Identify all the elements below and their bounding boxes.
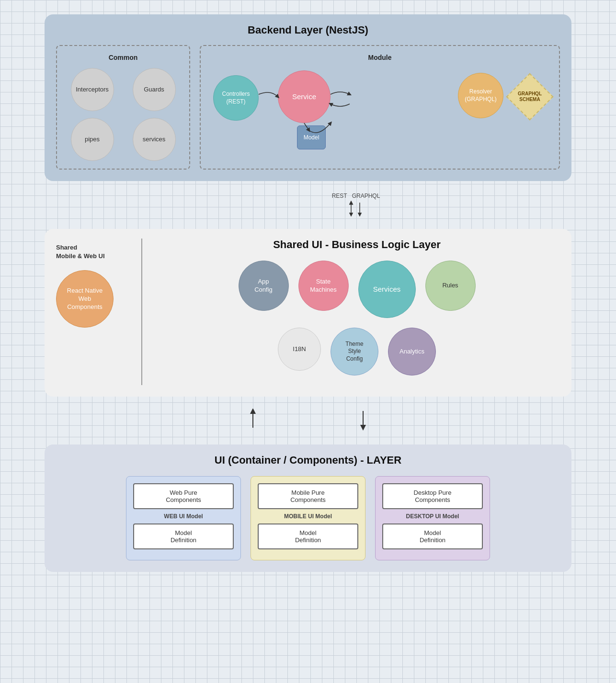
shared-left-title: SharedMobile & Web UI [56,243,105,261]
app-config-circle: AppConfig [239,261,289,311]
controllers-circle: Controllers(REST) [213,75,259,121]
backend-inner: Common Interceptors Guards pipes service… [56,45,560,170]
rules-circle: Rules [425,261,476,311]
arrow-up-svg [246,409,260,433]
desktop-model-definition-box: ModelDefinition [382,524,483,549]
graphql-label: GRAPHQL [352,193,380,199]
resolver-circle: Resolver(GRAPHQL) [458,73,503,118]
backend-title: Backend Layer (NestJS) [56,24,560,36]
analytics-circle: Analytics [388,328,436,376]
arrows-section-1: REST GRAPHQL [45,191,571,219]
rest-graphql-arrows: REST GRAPHQL [332,193,380,217]
circles-row-2: I18N ThemeStyleConfig Analytics [154,328,560,376]
graphql-schema-text: GRAPHQLSCHEMA [518,91,542,102]
desktop-panel: Desktop PureComponents DESKTOP UI Model … [375,476,490,560]
web-model-definition-box: ModelDefinition [133,524,234,549]
common-circles: Interceptors Guards pipes services [65,68,182,161]
pipes-circle: pipes [71,118,114,161]
react-native-circle: React NativeWebComponents [56,270,114,328]
module-diagram: Controllers(REST) Service Resolver(GRAPH… [208,68,551,149]
mobile-pure-components-box: Mobile PureComponents [258,483,358,509]
web-ui-model-label: WEB UI Model [133,513,234,520]
state-machines-circle: StateMachines [298,261,349,311]
mobile-panel: Mobile PureComponents MOBILE UI Model Mo… [251,476,365,560]
shared-layer: SharedMobile & Web UI React NativeWebCom… [45,229,571,397]
ui-layer: UI (Container / Components) - LAYER Web … [45,444,571,572]
service-circle: Service [278,70,331,123]
bidirectional-arrow-svg [342,200,370,217]
module-arrows-svg [208,68,551,149]
theme-style-circle: ThemeStyleConfig [331,328,378,376]
ui-panels: Web PureComponents WEB UI Model ModelDef… [56,476,560,560]
backend-layer: Backend Layer (NestJS) Common Intercepto… [45,14,571,181]
common-box: Common Interceptors Guards pipes service… [56,45,190,170]
arrows-section-2 [45,406,571,435]
services-circle: services [133,118,176,161]
desktop-ui-model-label: DESKTOP UI Model [382,513,483,520]
module-title: Module [208,54,551,61]
shared-right: Shared UI - Business Logic Layer AppConf… [142,239,560,385]
interceptors-circle: Interceptors [71,68,114,111]
model-box: Model [297,125,326,149]
graphql-schema-diamond: GRAPHQLSCHEMA [511,78,549,116]
shared-left: SharedMobile & Web UI React NativeWebCom… [56,239,142,385]
circles-row-1: AppConfig StateMachines Services Rules [154,261,560,318]
main-container: Backend Layer (NestJS) Common Intercepto… [45,14,571,572]
shared-right-title: Shared UI - Business Logic Layer [154,239,560,251]
services-circle-shared: Services [358,261,416,318]
arrow-down-svg [356,409,370,433]
web-panel: Web PureComponents WEB UI Model ModelDef… [126,476,241,560]
rest-label: REST [332,193,347,199]
desktop-pure-components-box: Desktop PureComponents [382,483,483,509]
module-box: Module Controllers(REST) Service Resolve… [200,45,560,170]
rest-graphql-labels: REST GRAPHQL [332,193,380,199]
common-title: Common [65,54,182,61]
ui-layer-title: UI (Container / Components) - LAYER [56,454,560,467]
mobile-model-definition-box: ModelDefinition [258,524,358,549]
i18n-circle: I18N [278,328,321,371]
guards-circle: Guards [133,68,176,111]
web-pure-components-box: Web PureComponents [133,483,234,509]
mobile-ui-model-label: MOBILE UI Model [258,513,358,520]
